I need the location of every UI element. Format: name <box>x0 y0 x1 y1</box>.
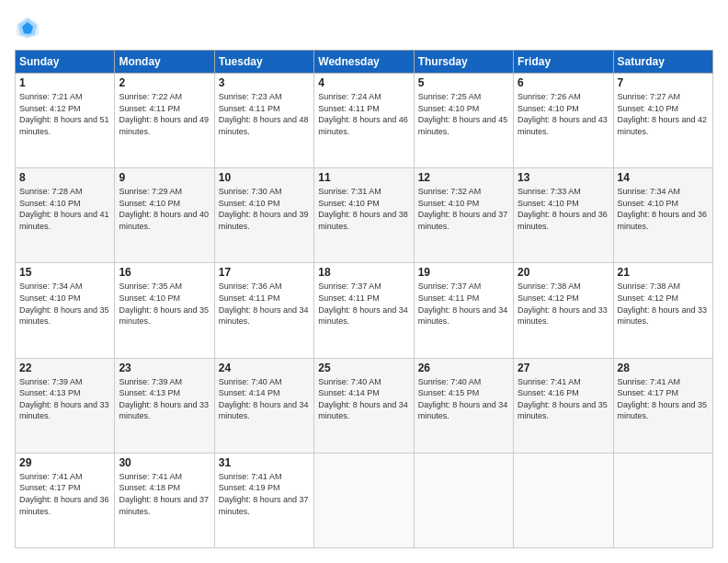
day-cell-20: 20 Sunrise: 7:38 AMSunset: 4:12 PMDaylig… <box>514 263 613 358</box>
day-cell-26: 26 Sunrise: 7:40 AMSunset: 4:15 PMDaylig… <box>414 358 513 453</box>
day-info: Sunrise: 7:39 AMSunset: 4:13 PMDaylight:… <box>119 377 209 421</box>
day-number: 27 <box>518 362 609 374</box>
day-cell-3: 3 Sunrise: 7:23 AMSunset: 4:11 PMDayligh… <box>214 74 313 168</box>
day-number: 14 <box>618 171 709 184</box>
day-number: 18 <box>318 266 409 279</box>
day-number: 4 <box>318 76 409 89</box>
day-cell-28: 28 Sunrise: 7:41 AMSunset: 4:17 PMDaylig… <box>613 358 712 453</box>
day-cell-1: 1 Sunrise: 7:21 AMSunset: 4:12 PMDayligh… <box>16 74 115 168</box>
empty-cell <box>514 453 613 547</box>
day-info: Sunrise: 7:41 AMSunset: 4:17 PMDaylight:… <box>19 472 109 516</box>
day-info: Sunrise: 7:37 AMSunset: 4:11 PMDaylight:… <box>318 282 408 326</box>
day-info: Sunrise: 7:38 AMSunset: 4:12 PMDaylight:… <box>618 282 708 326</box>
day-number: 5 <box>418 76 509 89</box>
day-cell-27: 27 Sunrise: 7:41 AMSunset: 4:16 PMDaylig… <box>514 358 613 453</box>
day-cell-30: 30 Sunrise: 7:41 AMSunset: 4:18 PMDaylig… <box>115 453 214 547</box>
day-cell-25: 25 Sunrise: 7:40 AMSunset: 4:14 PMDaylig… <box>314 358 414 453</box>
day-number: 24 <box>219 362 310 374</box>
day-info: Sunrise: 7:41 AMSunset: 4:17 PMDaylight:… <box>618 377 708 421</box>
day-info: Sunrise: 7:40 AMSunset: 4:15 PMDaylight:… <box>418 377 508 421</box>
day-info: Sunrise: 7:33 AMSunset: 4:10 PMDaylight:… <box>518 187 608 231</box>
day-number: 30 <box>119 456 210 469</box>
day-info: Sunrise: 7:34 AMSunset: 4:10 PMDaylight:… <box>618 187 708 231</box>
day-info: Sunrise: 7:41 AMSunset: 4:18 PMDaylight:… <box>119 472 209 516</box>
day-number: 26 <box>418 362 509 374</box>
day-info: Sunrise: 7:41 AMSunset: 4:16 PMDaylight:… <box>518 377 608 421</box>
days-header-row: SundayMondayTuesdayWednesdayThursdayFrid… <box>16 51 713 74</box>
day-cell-15: 15 Sunrise: 7:34 AMSunset: 4:10 PMDaylig… <box>16 263 115 358</box>
day-cell-12: 12 Sunrise: 7:32 AMSunset: 4:10 PMDaylig… <box>414 168 513 263</box>
day-number: 3 <box>219 76 310 89</box>
day-number: 20 <box>518 266 609 279</box>
day-number: 7 <box>618 76 709 89</box>
day-info: Sunrise: 7:32 AMSunset: 4:10 PMDaylight:… <box>418 187 508 231</box>
day-info: Sunrise: 7:21 AMSunset: 4:12 PMDaylight:… <box>19 92 109 136</box>
empty-cell <box>613 453 712 547</box>
day-number: 12 <box>418 171 509 184</box>
day-info: Sunrise: 7:40 AMSunset: 4:14 PMDaylight:… <box>219 377 309 421</box>
day-cell-14: 14 Sunrise: 7:34 AMSunset: 4:10 PMDaylig… <box>613 168 712 263</box>
day-number: 2 <box>119 76 210 89</box>
day-info: Sunrise: 7:30 AMSunset: 4:10 PMDaylight:… <box>219 187 309 231</box>
day-cell-29: 29 Sunrise: 7:41 AMSunset: 4:17 PMDaylig… <box>16 453 115 547</box>
day-number: 15 <box>19 266 110 279</box>
calendar: SundayMondayTuesdayWednesdayThursdayFrid… <box>15 50 713 548</box>
day-info: Sunrise: 7:40 AMSunset: 4:14 PMDaylight:… <box>318 377 408 421</box>
day-number: 9 <box>119 171 210 184</box>
day-header-monday: Monday <box>115 51 214 74</box>
day-cell-19: 19 Sunrise: 7:37 AMSunset: 4:11 PMDaylig… <box>414 263 513 358</box>
day-number: 25 <box>318 362 409 374</box>
day-cell-31: 31 Sunrise: 7:41 AMSunset: 4:19 PMDaylig… <box>214 453 313 547</box>
day-info: Sunrise: 7:22 AMSunset: 4:11 PMDaylight:… <box>119 92 209 136</box>
day-number: 19 <box>418 266 509 279</box>
day-info: Sunrise: 7:31 AMSunset: 4:10 PMDaylight:… <box>318 187 408 231</box>
day-info: Sunrise: 7:35 AMSunset: 4:10 PMDaylight:… <box>119 282 209 326</box>
day-cell-24: 24 Sunrise: 7:40 AMSunset: 4:14 PMDaylig… <box>214 358 313 453</box>
day-info: Sunrise: 7:39 AMSunset: 4:13 PMDaylight:… <box>19 377 109 421</box>
day-info: Sunrise: 7:38 AMSunset: 4:12 PMDaylight:… <box>518 282 608 326</box>
day-cell-17: 17 Sunrise: 7:36 AMSunset: 4:11 PMDaylig… <box>214 263 313 358</box>
day-info: Sunrise: 7:27 AMSunset: 4:10 PMDaylight:… <box>618 92 708 136</box>
day-number: 8 <box>19 171 110 184</box>
day-number: 22 <box>19 362 110 374</box>
day-cell-13: 13 Sunrise: 7:33 AMSunset: 4:10 PMDaylig… <box>514 168 613 263</box>
page: SundayMondayTuesdayWednesdayThursdayFrid… <box>0 0 728 563</box>
day-cell-21: 21 Sunrise: 7:38 AMSunset: 4:12 PMDaylig… <box>613 263 712 358</box>
empty-cell <box>314 453 414 547</box>
week-row-5: 29 Sunrise: 7:41 AMSunset: 4:17 PMDaylig… <box>16 453 713 547</box>
day-cell-23: 23 Sunrise: 7:39 AMSunset: 4:13 PMDaylig… <box>115 358 214 453</box>
day-cell-22: 22 Sunrise: 7:39 AMSunset: 4:13 PMDaylig… <box>16 358 115 453</box>
day-number: 31 <box>219 456 310 469</box>
day-header-saturday: Saturday <box>613 51 712 74</box>
day-number: 1 <box>19 76 110 89</box>
day-header-sunday: Sunday <box>16 51 115 74</box>
day-info: Sunrise: 7:36 AMSunset: 4:11 PMDaylight:… <box>219 282 309 326</box>
day-info: Sunrise: 7:24 AMSunset: 4:11 PMDaylight:… <box>318 92 408 136</box>
day-header-friday: Friday <box>514 51 613 74</box>
day-number: 6 <box>518 76 609 89</box>
day-cell-6: 6 Sunrise: 7:26 AMSunset: 4:10 PMDayligh… <box>514 74 613 168</box>
day-info: Sunrise: 7:26 AMSunset: 4:10 PMDaylight:… <box>518 92 608 136</box>
day-cell-2: 2 Sunrise: 7:22 AMSunset: 4:11 PMDayligh… <box>115 74 214 168</box>
day-cell-18: 18 Sunrise: 7:37 AMSunset: 4:11 PMDaylig… <box>314 263 414 358</box>
day-info: Sunrise: 7:25 AMSunset: 4:10 PMDaylight:… <box>418 92 508 136</box>
week-row-2: 8 Sunrise: 7:28 AMSunset: 4:10 PMDayligh… <box>16 168 713 263</box>
week-row-4: 22 Sunrise: 7:39 AMSunset: 4:13 PMDaylig… <box>16 358 713 453</box>
day-header-wednesday: Wednesday <box>314 51 414 74</box>
day-number: 17 <box>219 266 310 279</box>
day-header-tuesday: Tuesday <box>214 51 313 74</box>
day-cell-5: 5 Sunrise: 7:25 AMSunset: 4:10 PMDayligh… <box>414 74 513 168</box>
day-cell-8: 8 Sunrise: 7:28 AMSunset: 4:10 PMDayligh… <box>16 168 115 263</box>
week-row-1: 1 Sunrise: 7:21 AMSunset: 4:12 PMDayligh… <box>16 74 713 168</box>
day-info: Sunrise: 7:28 AMSunset: 4:10 PMDaylight:… <box>19 187 109 231</box>
day-number: 16 <box>119 266 210 279</box>
day-cell-11: 11 Sunrise: 7:31 AMSunset: 4:10 PMDaylig… <box>314 168 414 263</box>
day-info: Sunrise: 7:34 AMSunset: 4:10 PMDaylight:… <box>19 282 109 326</box>
day-number: 10 <box>219 171 310 184</box>
logo <box>15 15 44 40</box>
day-cell-4: 4 Sunrise: 7:24 AMSunset: 4:11 PMDayligh… <box>314 74 414 168</box>
day-number: 23 <box>119 362 210 374</box>
day-number: 21 <box>618 266 709 279</box>
day-header-thursday: Thursday <box>414 51 513 74</box>
day-number: 29 <box>19 456 110 469</box>
